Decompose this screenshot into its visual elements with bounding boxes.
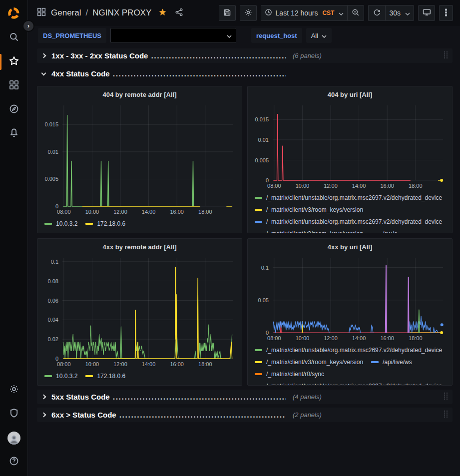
row-title: 6xx > Status Code bbox=[51, 411, 116, 419]
legend-item[interactable]: /_matrix/client/v3/room_keys/version bbox=[255, 356, 363, 368]
share-icon[interactable] bbox=[175, 8, 183, 18]
legend-item[interactable]: /_matrix/client/v3/room_keys/version bbox=[255, 228, 363, 233]
grafana-app: › General / NGINX PROXY bbox=[0, 0, 460, 476]
legend-label: /_matrix/client/unstable/org.matrix.msc2… bbox=[266, 194, 442, 201]
zoom-out-time-button[interactable] bbox=[347, 5, 364, 21]
legend-swatch bbox=[371, 361, 379, 363]
svg-text:0: 0 bbox=[266, 330, 269, 336]
save-button[interactable] bbox=[219, 5, 236, 21]
sidebar-item-profile[interactable] bbox=[0, 426, 27, 450]
sidebar-item-help[interactable] bbox=[0, 450, 27, 474]
svg-text:14:00: 14:00 bbox=[352, 335, 366, 341]
drag-handle-icon[interactable] bbox=[443, 50, 449, 61]
chevron-down-icon bbox=[41, 70, 46, 75]
svg-text:10:00: 10:00 bbox=[296, 335, 310, 341]
time-range-picker[interactable]: Last 12 hours CST bbox=[261, 5, 348, 21]
time-series-chart[interactable]: 08:0010:0012:0014:0016:0018:0000.050.1 bbox=[252, 254, 448, 342]
svg-text:0: 0 bbox=[55, 203, 58, 209]
legend-swatch bbox=[255, 197, 262, 199]
svg-text:12:00: 12:00 bbox=[324, 183, 338, 189]
legend-label: /sw.js bbox=[383, 230, 397, 233]
panel-title[interactable]: 404 by remote addr [All] bbox=[41, 86, 238, 101]
variable-selected-value: All bbox=[311, 32, 318, 39]
panel-title[interactable]: 4xx by uri [All] bbox=[252, 239, 448, 254]
svg-text:0.005: 0.005 bbox=[44, 176, 58, 182]
zoom-out-icon bbox=[352, 8, 360, 18]
row-header-1xx-3xx-2xx[interactable]: 1xx - 3xx - 2xx Status Code (6 panels) bbox=[37, 48, 453, 63]
dashboard-grid-icon bbox=[37, 7, 46, 18]
variables-bar: DS_PROMETHEUS request_host All bbox=[28, 26, 460, 45]
legend-item[interactable]: /api/live/ws bbox=[371, 356, 412, 368]
legend-item[interactable]: 10.0.3.2 bbox=[44, 218, 77, 230]
sidebar-item-explore[interactable] bbox=[0, 98, 27, 122]
expand-sidebar-chevron[interactable]: › bbox=[22, 20, 34, 32]
refresh-button[interactable] bbox=[368, 5, 385, 21]
legend-label: 172.18.0.6 bbox=[97, 220, 125, 227]
legend-item[interactable]: /sw.js bbox=[371, 228, 397, 233]
drag-handle-icon[interactable] bbox=[443, 392, 449, 403]
dashboard-header: General / NGINX PROXY bbox=[28, 0, 460, 26]
legend-item[interactable]: 172.18.0.6 bbox=[85, 370, 125, 382]
breadcrumb-folder[interactable]: General bbox=[51, 8, 81, 18]
panel-title[interactable]: 4xx by remote addr [All] bbox=[41, 239, 238, 254]
panel-title[interactable]: 404 by uri [All] bbox=[252, 86, 448, 101]
save-icon bbox=[223, 8, 231, 18]
legend-item[interactable]: 172.18.0.6 bbox=[85, 218, 125, 230]
row-header-4xx[interactable]: 4xx Status Code bbox=[37, 66, 453, 81]
panel-404-by-uri: 404 by uri [All] 08:0010:0012:0014:0016:… bbox=[247, 86, 453, 233]
legend-label: /api/live/ws bbox=[383, 359, 412, 366]
time-series-chart[interactable]: 08:0010:0012:0014:0016:0018:0000.0050.01… bbox=[41, 101, 238, 215]
shield-icon bbox=[9, 408, 19, 420]
legend-item[interactable]: /_matrix/client/unstable/org.matrix.msc2… bbox=[255, 380, 442, 385]
variable-label-ds-prometheus[interactable]: DS_PROMETHEUS bbox=[38, 28, 106, 43]
legend-item[interactable]: /_matrix/client/unstable/org.matrix.msc2… bbox=[255, 216, 442, 228]
chevron-right-icon bbox=[41, 53, 46, 58]
svg-text:0: 0 bbox=[266, 177, 269, 183]
page-title[interactable]: NGINX PROXY bbox=[92, 8, 151, 18]
legend-item[interactable]: /_matrix/client/unstable/org.matrix.msc2… bbox=[255, 344, 442, 356]
svg-text:0.06: 0.06 bbox=[48, 298, 58, 304]
sidebar-item-dashboards[interactable] bbox=[0, 74, 27, 98]
time-series-chart[interactable]: 08:0010:0012:0014:0016:0018:0000.0050.01… bbox=[252, 101, 448, 189]
star-filled-icon[interactable] bbox=[158, 8, 167, 18]
sidebar-item-server-admin[interactable] bbox=[0, 402, 27, 426]
svg-text:18:00: 18:00 bbox=[198, 361, 212, 367]
legend-swatch bbox=[85, 223, 93, 225]
time-series-chart[interactable]: 08:0010:0012:0014:0016:0018:0000.020.040… bbox=[41, 254, 238, 368]
legend-label: /_matrix/client/r0/sync bbox=[266, 371, 324, 378]
kebab-menu-button[interactable] bbox=[439, 5, 453, 21]
dashboard-settings-button[interactable] bbox=[240, 5, 257, 21]
row-header-6xx[interactable]: 6xx > Status Code (2 panels) bbox=[37, 408, 453, 422]
svg-text:12:00: 12:00 bbox=[113, 209, 127, 215]
legend-item[interactable]: /_matrix/client/r0/sync bbox=[255, 368, 324, 380]
refresh-controls: 30s bbox=[368, 5, 414, 21]
drag-handle-icon[interactable] bbox=[443, 410, 449, 421]
legend-item[interactable]: /_matrix/client/unstable/org.matrix.msc2… bbox=[255, 192, 442, 204]
variable-label-request-host[interactable]: request_host bbox=[251, 28, 302, 43]
row-left: 5xx Status Code bbox=[40, 393, 286, 402]
sidebar-item-starred[interactable] bbox=[0, 50, 27, 74]
chart-legend: /_matrix/client/unstable/org.matrix.msc2… bbox=[252, 189, 448, 233]
gear-icon bbox=[244, 8, 252, 18]
variable-value-ds-prometheus[interactable] bbox=[110, 28, 236, 43]
row-panel-count: (4 panels) bbox=[293, 393, 322, 401]
svg-text:08:00: 08:00 bbox=[57, 361, 71, 367]
row-leader-dots bbox=[119, 411, 286, 420]
sidebar-item-alerting[interactable] bbox=[0, 122, 27, 146]
cycle-view-mode-button[interactable] bbox=[418, 5, 435, 21]
legend-swatch bbox=[44, 375, 52, 377]
sidebar-item-configuration[interactable] bbox=[0, 378, 27, 402]
chevron-down-icon bbox=[322, 32, 327, 39]
legend-label: /_matrix/client/v3/room_keys/version bbox=[266, 230, 363, 233]
legend-item[interactable]: /_matrix/client/v3/room_keys/version bbox=[255, 204, 363, 216]
legend-label: 10.0.3.2 bbox=[56, 373, 77, 380]
row-title: 1xx - 3xx - 2xx Status Code bbox=[51, 51, 148, 60]
chart-legend: 10.0.3.2172.18.0.6 bbox=[41, 368, 238, 385]
legend-label: /_matrix/client/unstable/org.matrix.msc2… bbox=[266, 383, 442, 385]
refresh-interval-picker[interactable]: 30s bbox=[385, 5, 414, 21]
breadcrumb: General / NGINX PROXY bbox=[51, 8, 151, 18]
legend-item[interactable]: 10.0.3.2 bbox=[44, 370, 77, 382]
row-header-5xx[interactable]: 5xx Status Code (4 panels) bbox=[37, 390, 453, 404]
variable-value-request-host[interactable]: All bbox=[306, 28, 332, 43]
breadcrumb-separator: / bbox=[85, 8, 88, 18]
